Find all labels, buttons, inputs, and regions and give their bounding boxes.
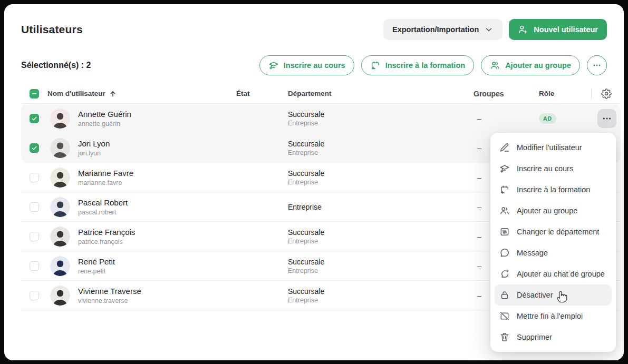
row-checkbox[interactable]	[30, 114, 39, 123]
sort-ascending-icon	[109, 90, 117, 97]
department-change-icon	[499, 227, 510, 237]
chat-plus-icon	[499, 269, 510, 279]
user-department: Succursale	[288, 258, 469, 266]
row-checkbox[interactable]	[30, 261, 39, 271]
calendar-plus-icon	[499, 184, 510, 195]
selection-bar: Sélectionné(s) : 2 Inscrire au cours Ins…	[4, 55, 624, 75]
badge-slash-icon	[499, 311, 510, 321]
people-icon	[490, 60, 500, 71]
user-subdepartment: Entreprise	[288, 267, 469, 274]
page-title: Utilisateurs	[21, 23, 83, 36]
user-name: René Petit	[78, 257, 115, 266]
new-user-label: Nouvel utilisateur	[534, 25, 598, 34]
enroll-training-button[interactable]: Inscrire à la formation	[361, 55, 475, 75]
trash-icon	[499, 332, 510, 342]
table-header-row: Nom d'utilisateur État Département Group…	[21, 84, 621, 104]
user-name: Marianne Favre	[78, 169, 133, 178]
menu-item-changer-le-departement[interactable]: Changer le département	[490, 221, 616, 242]
user-username: patrice.françois	[78, 238, 135, 245]
avatar	[50, 256, 70, 276]
row-actions-button[interactable]	[597, 109, 616, 128]
ellipsis-icon	[593, 61, 601, 70]
column-header-state[interactable]: État	[232, 90, 285, 97]
menu-item-ajouter-au-groupe[interactable]: Ajouter au groupe	[490, 200, 616, 221]
menu-item-inscrire-a-la-formation[interactable]: Inscrire à la formation	[490, 179, 616, 200]
user-username: rene.petit	[78, 268, 115, 275]
menu-item-desactiver[interactable]: Désactiver	[495, 284, 612, 306]
user-subdepartment: Entreprise	[288, 179, 469, 186]
person-plus-icon	[518, 24, 528, 35]
avatar	[50, 138, 70, 158]
user-name: Patrice François	[78, 228, 135, 237]
selected-count-label: Sélectionné(s) : 2	[21, 61, 91, 70]
new-user-button[interactable]: Nouvel utilisateur	[509, 19, 607, 40]
user-department: Succursale	[288, 140, 469, 148]
user-groups: –	[469, 114, 535, 123]
add-to-group-button[interactable]: Ajouter au groupe	[481, 55, 580, 75]
page-header: Utilisateurs Exportation/Importation Nou…	[4, 4, 624, 40]
user-department: Succursale	[288, 228, 469, 237]
user-subdepartment: Entreprise	[288, 149, 469, 156]
menu-item-ajouter-au-chat-de-groupe[interactable]: Ajouter au chat de groupe	[490, 263, 616, 284]
user-name: Annette Guérin	[78, 110, 131, 119]
cursor-hand	[556, 288, 569, 303]
menu-item-inscrire-au-cours[interactable]: Inscrire au cours	[490, 158, 616, 179]
column-header-name[interactable]: Nom d'utilisateur	[46, 90, 232, 97]
row-checkbox[interactable]	[30, 173, 39, 182]
chevron-down-icon	[484, 25, 494, 34]
enroll-course-label: Inscrire au cours	[284, 61, 345, 70]
row-context-menu: Modifier l'utilisateur Inscrire au cours…	[490, 133, 616, 352]
menu-item-mettre-fin-a-l-emploi[interactable]: Mettre fin à l'emploi	[490, 306, 616, 327]
more-actions-button[interactable]	[587, 55, 607, 75]
export-import-label: Exportation/Importation	[392, 25, 479, 34]
user-username: pascal.robert	[78, 209, 128, 216]
enroll-course-button[interactable]: Inscrire au cours	[259, 55, 354, 75]
user-department: Entreprise	[288, 203, 469, 211]
add-to-group-label: Ajouter au groupe	[505, 61, 571, 70]
row-checkbox[interactable]	[30, 291, 39, 300]
row-checkbox[interactable]	[30, 143, 39, 153]
select-all-checkbox[interactable]	[30, 89, 39, 99]
pencil-icon	[499, 142, 510, 153]
enroll-training-label: Inscrire à la formation	[385, 61, 466, 70]
menu-item-supprimer[interactable]: Supprimer	[490, 327, 616, 348]
export-import-button[interactable]: Exportation/Importation	[383, 19, 503, 40]
avatar	[50, 227, 70, 247]
lock-icon	[499, 290, 510, 300]
user-department: Succursale	[288, 169, 469, 178]
check-icon	[31, 115, 37, 122]
people-icon	[499, 205, 510, 216]
column-settings-gear-icon[interactable]	[601, 88, 612, 99]
ellipsis-icon	[602, 114, 612, 123]
check-icon	[31, 145, 37, 151]
user-name: Pascal Robert	[78, 198, 128, 207]
menu-item-message[interactable]: Message	[490, 242, 616, 263]
users-page-card: Utilisateurs Exportation/Importation Nou…	[4, 4, 624, 360]
menu-item-modifier-l-utilisateur[interactable]: Modifier l'utilisateur	[490, 137, 616, 158]
graduation-cap-plus-icon	[499, 163, 510, 174]
minus-icon	[31, 91, 37, 97]
column-header-role[interactable]: Rôle	[535, 90, 588, 97]
column-header-groups[interactable]: Groupes	[469, 90, 535, 98]
user-department: Succursale	[288, 287, 469, 296]
avatar	[50, 197, 70, 217]
row-checkbox[interactable]	[30, 202, 39, 212]
user-name: Jori Lyon	[78, 139, 110, 148]
user-subdepartment: Entreprise	[288, 120, 469, 127]
calendar-plus-icon	[370, 60, 381, 71]
column-header-department[interactable]: Département	[285, 90, 469, 97]
user-username: jori.lyon	[78, 150, 110, 157]
user-department: Succursale	[288, 110, 469, 119]
graduation-cap-plus-icon	[268, 60, 279, 71]
avatar	[50, 286, 70, 306]
header-divider	[591, 88, 592, 99]
user-username: marianne.favre	[78, 179, 133, 186]
user-username: vivienne.traverse	[78, 297, 141, 304]
row-checkbox[interactable]	[30, 232, 39, 241]
user-username: annette.guérin	[78, 120, 131, 127]
table-row[interactable]: Annette Guérin annette.guérin Succursale…	[21, 104, 621, 133]
avatar	[50, 109, 70, 129]
user-subdepartment: Entreprise	[288, 238, 469, 245]
user-subdepartment: Entreprise	[288, 297, 469, 304]
user-name: Vivienne Traverse	[78, 287, 141, 296]
